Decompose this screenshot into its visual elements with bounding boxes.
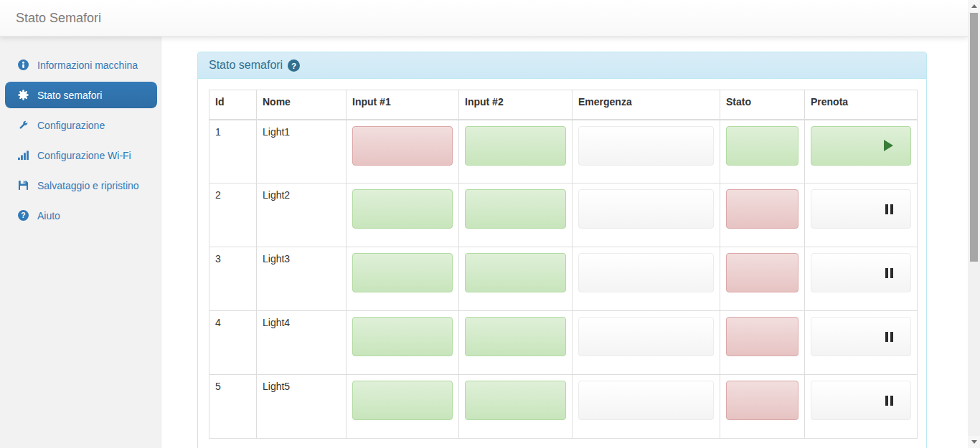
sidebar-item-salvataggio-ripristino[interactable]: Salvataggio e ripristino <box>5 172 157 199</box>
cell-id: 2 <box>209 184 257 247</box>
prenota-button[interactable] <box>811 126 911 166</box>
cell-id: 4 <box>209 311 257 375</box>
input2-status-box <box>465 317 566 356</box>
signal-bars-icon <box>17 150 29 161</box>
emergenza-status-box <box>578 126 714 166</box>
cell-input2 <box>459 311 573 375</box>
input1-status-box <box>352 317 453 356</box>
info-icon <box>17 59 29 71</box>
sidebar-item-label: Configurazione Wi-Fi <box>37 150 131 161</box>
prenota-button[interactable] <box>811 381 911 420</box>
cell-input1 <box>347 247 459 311</box>
table-header-row: Id Nome Input #1 Input #2 Emergenza Stat… <box>209 90 918 120</box>
cell-id: 5 <box>209 375 257 439</box>
main-content: Stato semafori ? Id Nome Input #1 Input … <box>161 37 968 448</box>
cell-input1 <box>347 375 459 439</box>
sidebar-item-configurazione[interactable]: Configurazione <box>5 112 157 138</box>
vertical-scrollbar[interactable] <box>968 0 980 448</box>
table-row: 1 Light1 <box>209 120 918 184</box>
cell-emergenza <box>573 375 720 439</box>
input1-status-box <box>352 189 453 229</box>
cell-nome: Light1 <box>257 120 347 184</box>
sidebar: Informazioni macchina Stato semafori <box>0 37 161 448</box>
stato-status-box <box>726 253 798 292</box>
table-row: 3 Light3 <box>209 247 918 311</box>
stato-status-box <box>726 189 798 229</box>
emergenza-status-box <box>578 189 714 229</box>
input1-status-box <box>352 381 453 420</box>
question-circle-icon[interactable]: ? <box>288 59 300 72</box>
cell-prenota <box>805 247 918 311</box>
table-row: 5 Light5 <box>209 375 918 439</box>
cell-nome: Light4 <box>257 311 347 375</box>
input2-status-box <box>465 253 566 292</box>
semafori-table: Id Nome Input #1 Input #2 Emergenza Stat… <box>209 90 918 439</box>
stato-status-box <box>726 126 798 166</box>
scroll-up-icon <box>971 4 977 8</box>
help-icon: ? <box>17 210 29 221</box>
cell-emergenza <box>573 311 720 375</box>
cell-id: 3 <box>209 247 257 311</box>
scroll-down-icon <box>971 440 977 444</box>
scroll-down-button[interactable] <box>968 436 980 448</box>
pause-icon <box>885 204 893 214</box>
stato-status-box <box>726 381 798 420</box>
table-row: 4 Light4 <box>209 311 918 375</box>
cell-input2 <box>459 247 573 311</box>
cell-stato <box>720 375 805 439</box>
stato-status-box <box>726 317 798 356</box>
table-body: 1 Light1 2 Light2 3 Light3 <box>209 120 918 439</box>
col-header-emergenza: Emergenza <box>573 90 720 120</box>
col-header-input1: Input #1 <box>347 90 459 120</box>
input1-status-box <box>352 126 453 166</box>
page-title: Stato Semafori <box>0 0 112 26</box>
sidebar-item-aiuto[interactable]: ? Aiuto <box>5 202 157 229</box>
panel-title: Stato semafori <box>209 58 283 72</box>
cell-prenota <box>805 120 918 184</box>
pause-icon <box>885 396 893 406</box>
cell-emergenza <box>573 120 720 184</box>
cell-prenota <box>805 375 918 439</box>
svg-text:?: ? <box>21 211 25 219</box>
cell-input2 <box>459 184 573 247</box>
cell-nome: Light3 <box>257 247 347 311</box>
prenota-button[interactable] <box>811 253 911 292</box>
save-icon <box>17 180 29 191</box>
cell-nome: Light5 <box>257 375 347 439</box>
cell-input1 <box>347 184 459 247</box>
cell-nome: Light2 <box>257 184 347 247</box>
input2-status-box <box>465 126 566 166</box>
pause-icon <box>885 268 893 278</box>
sidebar-item-configurazione-wifi[interactable]: Configurazione Wi-Fi <box>5 142 157 168</box>
col-header-stato: Stato <box>720 90 805 120</box>
cell-id: 1 <box>209 120 257 184</box>
prenota-button[interactable] <box>811 189 911 229</box>
col-header-nome: Nome <box>257 90 347 120</box>
cell-stato <box>720 311 805 375</box>
gear-icon <box>17 90 29 101</box>
cell-emergenza <box>573 247 720 311</box>
col-header-prenota: Prenota <box>805 90 918 120</box>
scroll-up-button[interactable] <box>968 0 980 12</box>
input1-status-box <box>352 253 453 292</box>
cell-stato <box>720 120 805 184</box>
cell-prenota <box>805 311 918 375</box>
prenota-button[interactable] <box>811 317 911 356</box>
emergenza-status-box <box>578 317 714 356</box>
panel-header: Stato semafori ? <box>198 52 926 79</box>
pause-icon <box>885 332 893 342</box>
emergenza-status-box <box>578 381 714 420</box>
cell-stato <box>720 184 805 247</box>
sidebar-item-label: Stato semafori <box>37 90 102 101</box>
scrollbar-thumb[interactable] <box>970 13 978 262</box>
input2-status-box <box>465 381 566 420</box>
cell-prenota <box>805 184 918 247</box>
sidebar-item-stato-semafori[interactable]: Stato semafori <box>5 82 157 108</box>
sidebar-item-label: Configurazione <box>37 120 105 131</box>
col-header-input2: Input #2 <box>459 90 573 120</box>
wrench-icon <box>17 120 29 131</box>
sidebar-item-label: Informazioni macchina <box>37 59 138 71</box>
sidebar-item-informazioni-macchina[interactable]: Informazioni macchina <box>5 52 157 78</box>
cell-input2 <box>459 120 573 184</box>
cell-input2 <box>459 375 573 439</box>
